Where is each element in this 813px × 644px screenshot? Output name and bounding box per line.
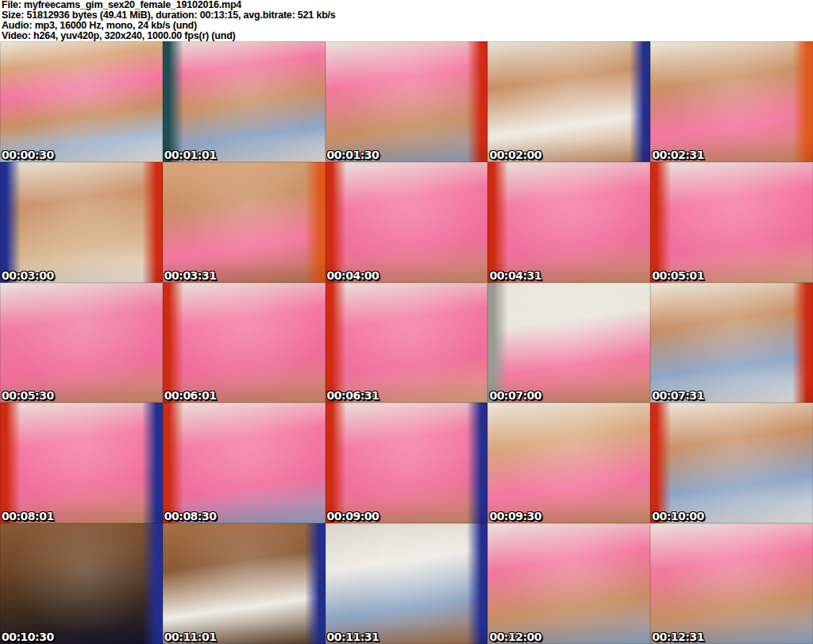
- thumbnail-cell: 00:12:00: [487, 523, 650, 644]
- thumbnail-timestamp: 00:09:30: [489, 510, 541, 523]
- thumbnail-cell: 00:04:00: [326, 162, 488, 283]
- thumbnail-cell: 00:12:31: [650, 523, 813, 644]
- video-metadata-header: File: myfreecams_gim_sex20_female_191020…: [0, 0, 813, 41]
- thumbnail-cell: 00:05:01: [650, 162, 813, 283]
- thumbnail-cell: 00:10:00: [650, 403, 813, 523]
- thumbnail-timestamp: 00:00:30: [2, 148, 54, 161]
- thumbnail-cell: 00:09:30: [487, 403, 650, 523]
- thumbnail-timestamp: 00:12:00: [489, 631, 541, 643]
- thumbnail-cell: 00:11:31: [326, 523, 488, 644]
- thumbnail-cell: 00:07:00: [487, 283, 650, 403]
- thumbnail-cell: 00:11:01: [163, 523, 326, 644]
- thumbnail-cell: 00:06:31: [326, 283, 488, 403]
- thumbnail-cell: 00:08:01: [0, 403, 163, 523]
- thumbnail-timestamp: 00:09:00: [327, 510, 380, 523]
- video-contact-sheet: File: myfreecams_gim_sex20_female_191020…: [0, 0, 813, 644]
- thumbnail-cell: 00:10:30: [0, 523, 163, 644]
- thumbnail-cell: 00:06:01: [163, 283, 326, 403]
- thumbnail-cell: 00:05:30: [0, 283, 163, 403]
- thumbnail-cell: 00:00:30: [0, 41, 163, 162]
- thumbnail-cell: 00:02:31: [650, 41, 813, 162]
- thumbnail-timestamp: 00:04:31: [489, 269, 541, 282]
- thumbnail-timestamp: 00:06:31: [327, 389, 380, 402]
- thumbnail-timestamp: 00:08:30: [164, 510, 217, 523]
- thumbnail-timestamp: 00:03:00: [2, 269, 54, 282]
- thumbnail-cell: 00:01:01: [163, 41, 326, 162]
- thumbnail-timestamp: 00:07:31: [652, 389, 704, 402]
- thumbnail-timestamp: 00:10:00: [652, 510, 704, 523]
- thumbnail-cell: 00:08:30: [163, 403, 326, 523]
- thumbnail-grid: 00:00:3000:01:0100:01:3000:02:0000:02:31…: [0, 41, 813, 644]
- thumbnail-cell: 00:04:31: [487, 162, 650, 283]
- metadata-video-line: Video: h264, yuv420p, 320x240, 1000.00 f…: [2, 31, 813, 41]
- thumbnail-timestamp: 00:02:31: [652, 148, 704, 161]
- thumbnail-timestamp: 00:04:00: [327, 269, 380, 282]
- thumbnail-timestamp: 00:05:30: [2, 389, 54, 402]
- thumbnail-timestamp: 00:10:30: [2, 631, 54, 643]
- thumbnail-timestamp: 00:08:01: [2, 510, 54, 523]
- thumbnail-cell: 00:03:31: [163, 162, 326, 283]
- thumbnail-cell: 00:02:00: [487, 41, 650, 162]
- thumbnail-timestamp: 00:03:31: [164, 269, 217, 282]
- thumbnail-cell: 00:07:31: [650, 283, 813, 403]
- thumbnail-cell: 00:09:00: [326, 403, 488, 523]
- thumbnail-timestamp: 00:11:01: [164, 631, 217, 643]
- thumbnail-timestamp: 00:05:01: [652, 269, 704, 282]
- thumbnail-timestamp: 00:06:01: [164, 389, 217, 402]
- thumbnail-cell: 00:03:00: [0, 162, 163, 283]
- thumbnail-timestamp: 00:12:31: [652, 631, 704, 643]
- thumbnail-timestamp: 00:02:00: [489, 148, 541, 161]
- thumbnail-cell: 00:01:30: [326, 41, 488, 162]
- thumbnail-timestamp: 00:07:00: [489, 389, 541, 402]
- thumbnail-timestamp: 00:01:30: [327, 148, 380, 161]
- thumbnail-timestamp: 00:01:01: [164, 148, 217, 161]
- thumbnail-timestamp: 00:11:31: [327, 631, 380, 643]
